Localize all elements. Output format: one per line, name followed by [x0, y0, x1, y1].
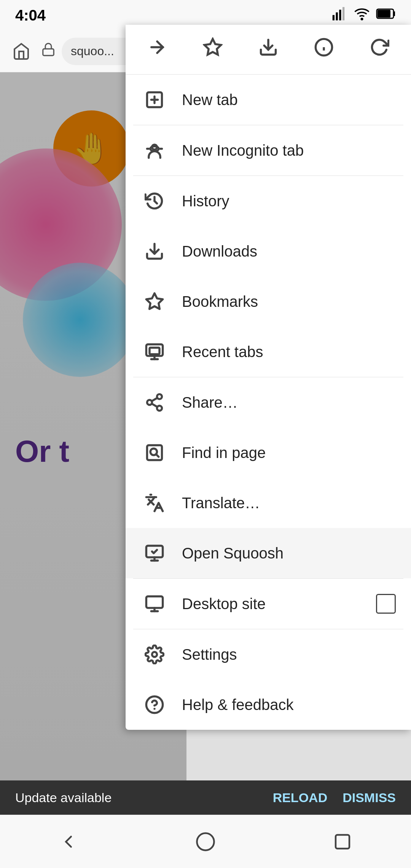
svg-point-4 [361, 18, 363, 20]
info-icon [314, 37, 334, 62]
menu-item-downloads[interactable]: Downloads [126, 226, 411, 276]
svg-rect-2 [339, 10, 341, 20]
share-icon [141, 389, 168, 416]
status-time: 4:04 [15, 7, 46, 24]
dropdown-toolbar [126, 25, 411, 75]
svg-marker-25 [146, 293, 162, 309]
nav-bar [0, 815, 411, 868]
lock-icon [41, 42, 56, 60]
svg-rect-27 [150, 348, 159, 354]
svg-rect-6 [393, 11, 395, 16]
downloads-label: Downloads [182, 243, 396, 260]
desktop-site-label: Desktop site [182, 595, 376, 613]
wifi-icon [354, 6, 370, 25]
help-icon [141, 691, 168, 718]
open-squoosh-icon [141, 539, 168, 567]
home-button[interactable] [8, 38, 35, 65]
translate-label: Translate… [182, 495, 396, 512]
svg-rect-3 [342, 7, 344, 20]
svg-rect-7 [378, 10, 390, 18]
find-in-page-icon [141, 439, 168, 466]
info-button[interactable] [305, 32, 343, 67]
recent-tabs-label: Recent tabs [182, 343, 396, 361]
new-tab-label: New tab [182, 91, 396, 108]
svg-rect-35 [147, 445, 162, 460]
share-label: Share… [182, 394, 396, 411]
svg-point-45 [197, 833, 214, 850]
reload-button[interactable]: RELOAD [273, 790, 328, 805]
dismiss-button[interactable]: DISMISS [342, 790, 396, 805]
download-icon [258, 37, 278, 62]
svg-rect-0 [333, 15, 335, 20]
menu-item-find-in-page[interactable]: Find in page [126, 428, 411, 478]
incognito-icon [141, 137, 168, 164]
menu-item-recent-tabs[interactable]: Recent tabs [126, 327, 411, 377]
menu-item-new-incognito-tab[interactable]: New Incognito tab [126, 125, 411, 176]
downloads-icon [141, 238, 168, 265]
menu-item-translate[interactable]: Translate… [126, 478, 411, 528]
svg-line-23 [155, 201, 157, 204]
recent-tabs-icon [141, 338, 168, 365]
back-button[interactable] [46, 823, 91, 861]
settings-label: Settings [182, 646, 396, 663]
svg-marker-10 [204, 39, 221, 54]
bookmarks-icon [141, 288, 168, 315]
history-label: History [182, 193, 396, 210]
desktop-site-checkbox[interactable] [376, 594, 396, 614]
bookmarks-label: Bookmarks [182, 293, 396, 310]
menu-item-open-squoosh[interactable]: Open Squoosh [126, 528, 411, 578]
battery-icon [376, 7, 396, 23]
menu-item-settings[interactable]: Settings [126, 629, 411, 680]
signal-icon [332, 6, 348, 25]
refresh-icon [370, 37, 389, 62]
help-feedback-label: Help & feedback [182, 696, 396, 713]
settings-icon [141, 641, 168, 668]
find-in-page-label: Find in page [182, 444, 396, 461]
update-message: Update available [15, 790, 112, 805]
update-actions: RELOAD DISMISS [273, 790, 396, 805]
menu-item-new-tab[interactable]: New tab [126, 75, 411, 125]
forward-icon [147, 37, 167, 62]
download-button[interactable] [249, 32, 287, 67]
recents-button[interactable] [320, 823, 365, 861]
bookmark-star-button[interactable] [194, 32, 232, 67]
history-icon [141, 187, 168, 215]
dropdown-menu: New tab New Incognito tab History Downlo… [126, 25, 411, 730]
svg-rect-8 [43, 49, 54, 55]
update-bar: Update available RELOAD DISMISS [0, 780, 411, 815]
star-icon [203, 37, 223, 62]
svg-line-34 [152, 398, 158, 401]
svg-point-42 [152, 652, 157, 657]
menu-item-bookmarks[interactable]: Bookmarks [126, 276, 411, 327]
svg-rect-1 [336, 12, 338, 20]
url-text: squoo... [71, 44, 114, 58]
menu-item-desktop-site[interactable]: Desktop site [126, 579, 411, 629]
new-tab-icon [141, 86, 168, 113]
refresh-button[interactable] [360, 32, 398, 67]
home-nav-button[interactable] [183, 823, 228, 861]
menu-item-history[interactable]: History [126, 176, 411, 226]
translate-icon [141, 489, 168, 517]
svg-line-37 [156, 454, 159, 457]
open-squoosh-label: Open Squoosh [182, 545, 396, 562]
status-icons [332, 6, 396, 25]
menu-item-share[interactable]: Share… [126, 377, 411, 428]
forward-button[interactable] [138, 32, 176, 67]
svg-line-33 [152, 404, 158, 407]
new-incognito-tab-label: New Incognito tab [182, 142, 396, 159]
desktop-site-icon [141, 590, 168, 617]
svg-rect-39 [146, 597, 162, 608]
menu-item-help-feedback[interactable]: Help & feedback [126, 680, 411, 730]
svg-rect-46 [336, 835, 349, 849]
